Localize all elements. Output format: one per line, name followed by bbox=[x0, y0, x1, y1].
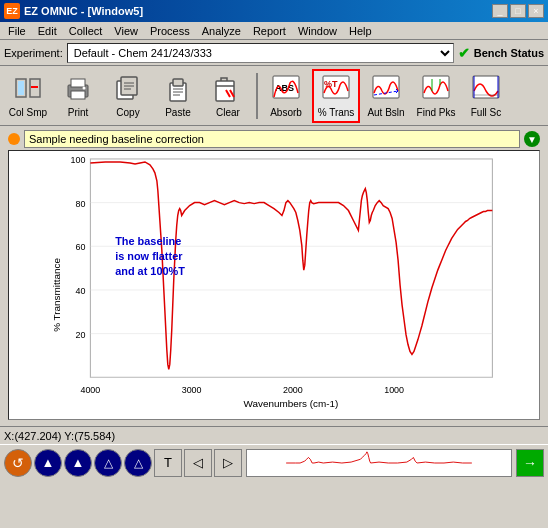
svg-text:20: 20 bbox=[75, 330, 85, 340]
svg-text:and at 100%T: and at 100%T bbox=[115, 265, 185, 277]
svg-text:Wavenumbers (cm-1): Wavenumbers (cm-1) bbox=[243, 398, 338, 409]
print-button[interactable]: Print bbox=[54, 69, 102, 123]
menu-help[interactable]: Help bbox=[343, 24, 378, 38]
y-axis-label: % Transmittance bbox=[51, 258, 62, 332]
triangle1-button[interactable]: △ bbox=[94, 449, 122, 477]
minimize-button[interactable]: _ bbox=[492, 4, 508, 18]
menu-analyze[interactable]: Analyze bbox=[196, 24, 247, 38]
sample-bar: ▼ bbox=[4, 128, 544, 150]
title-bar: EZ EZ OMNIC - [Window5] _ □ × bbox=[0, 0, 548, 22]
svg-rect-10 bbox=[173, 79, 183, 86]
status-bar: X:(427.204) Y:(75.584) bbox=[0, 426, 548, 444]
copy-label: Copy bbox=[116, 107, 139, 118]
aut-bsln-icon bbox=[370, 73, 402, 105]
menu-bar: File Edit Collect View Process Analyze R… bbox=[0, 22, 548, 40]
rotate-button[interactable]: ↺ bbox=[4, 449, 32, 477]
app-icon: EZ bbox=[4, 3, 20, 19]
mini-spectrum bbox=[246, 449, 512, 477]
menu-view[interactable]: View bbox=[108, 24, 144, 38]
experiment-bar: Experiment: Default - Chem 241/243/333 ✔… bbox=[0, 40, 548, 66]
clear-icon bbox=[212, 73, 244, 105]
svg-text:80: 80 bbox=[75, 199, 85, 209]
status-text: X:(427.204) Y:(75.584) bbox=[4, 430, 115, 442]
svg-rect-1 bbox=[18, 81, 24, 95]
svg-text:is now flatter: is now flatter bbox=[115, 250, 183, 262]
prev-button[interactable]: ◁ bbox=[184, 449, 212, 477]
next-button[interactable]: ▷ bbox=[214, 449, 242, 477]
antenna2-button[interactable]: ▲ bbox=[64, 449, 92, 477]
antenna1-button[interactable]: ▲ bbox=[34, 449, 62, 477]
clear-button[interactable]: Clear bbox=[204, 69, 252, 123]
absorb-icon: ABS bbox=[270, 73, 302, 105]
print-icon bbox=[62, 73, 94, 105]
svg-text:ABS: ABS bbox=[275, 83, 294, 93]
col-smp-label: Col Smp bbox=[9, 107, 47, 118]
sample-name-input[interactable] bbox=[24, 130, 520, 148]
toolbar-separator bbox=[256, 73, 258, 119]
bottom-toolbar: ↺ ▲ ▲ △ △ T ◁ ▷ → bbox=[0, 444, 548, 480]
svg-rect-5 bbox=[71, 79, 85, 87]
check-icon: ✔ bbox=[458, 45, 470, 61]
svg-text:4000: 4000 bbox=[80, 385, 100, 395]
copy-icon bbox=[112, 73, 144, 105]
svg-text:1000: 1000 bbox=[384, 385, 404, 395]
copy-button[interactable]: Copy bbox=[104, 69, 152, 123]
absorb-button[interactable]: ABS Absorb bbox=[262, 69, 310, 123]
pct-trans-button[interactable]: %T % Trans bbox=[312, 69, 360, 123]
full-sc-button[interactable]: Full Sc bbox=[462, 69, 510, 123]
svg-text:60: 60 bbox=[75, 242, 85, 252]
toolbar: Col Smp Print Copy bbox=[0, 66, 548, 126]
svg-point-6 bbox=[83, 87, 86, 90]
svg-rect-4 bbox=[71, 91, 85, 99]
experiment-select[interactable]: Default - Chem 241/243/333 bbox=[67, 43, 454, 63]
bench-status-label: Bench Status bbox=[474, 47, 544, 59]
find-pks-label: Find Pks bbox=[417, 107, 456, 118]
find-pks-button[interactable]: Find Pks bbox=[412, 69, 460, 123]
aut-bsln-button[interactable]: Aut Bsln bbox=[362, 69, 410, 123]
text-button[interactable]: T bbox=[154, 449, 182, 477]
absorb-label: Absorb bbox=[270, 107, 302, 118]
bench-status: ✔ Bench Status bbox=[458, 45, 544, 61]
experiment-label: Experiment: bbox=[4, 47, 63, 59]
paste-button[interactable]: Paste bbox=[154, 69, 202, 123]
clear-label: Clear bbox=[216, 107, 240, 118]
full-sc-label: Full Sc bbox=[471, 107, 502, 118]
full-sc-icon bbox=[470, 73, 502, 105]
title-text: EZ OMNIC - [Window5] bbox=[24, 5, 143, 17]
svg-text:3000: 3000 bbox=[182, 385, 202, 395]
paste-label: Paste bbox=[165, 107, 191, 118]
paste-icon bbox=[162, 73, 194, 105]
menu-report[interactable]: Report bbox=[247, 24, 292, 38]
pct-trans-label: % Trans bbox=[318, 107, 355, 118]
svg-text:100: 100 bbox=[71, 155, 86, 165]
menu-edit[interactable]: Edit bbox=[32, 24, 63, 38]
menu-window[interactable]: Window bbox=[292, 24, 343, 38]
svg-text:The baseline: The baseline bbox=[115, 235, 181, 247]
chart-area: % Transmittance 100 80 60 40 20 4000 300… bbox=[8, 150, 540, 420]
maximize-button[interactable]: □ bbox=[510, 4, 526, 18]
svg-text:2000: 2000 bbox=[283, 385, 303, 395]
find-pks-icon bbox=[420, 73, 452, 105]
col-smp-icon bbox=[12, 73, 44, 105]
pct-trans-icon: %T bbox=[320, 73, 352, 105]
svg-text:40: 40 bbox=[75, 286, 85, 296]
menu-collect[interactable]: Collect bbox=[63, 24, 109, 38]
col-smp-button[interactable]: Col Smp bbox=[4, 69, 52, 123]
aut-bsln-label: Aut Bsln bbox=[367, 107, 404, 118]
sample-arrow-button[interactable]: ▼ bbox=[524, 131, 540, 147]
print-label: Print bbox=[68, 107, 89, 118]
close-button[interactable]: × bbox=[528, 4, 544, 18]
title-buttons: _ □ × bbox=[492, 4, 544, 18]
triangle2-button[interactable]: △ bbox=[124, 449, 152, 477]
sample-indicator bbox=[8, 133, 20, 145]
arrow-right-button[interactable]: → bbox=[516, 449, 544, 477]
menu-file[interactable]: File bbox=[2, 24, 32, 38]
menu-process[interactable]: Process bbox=[144, 24, 196, 38]
